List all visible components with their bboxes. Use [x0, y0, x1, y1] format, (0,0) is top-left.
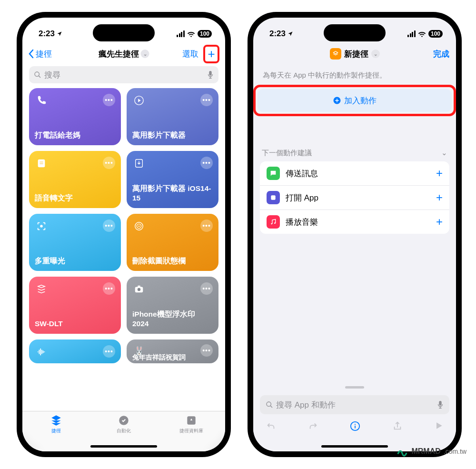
share-button[interactable]	[392, 421, 403, 434]
download-icon	[132, 157, 146, 170]
done-button[interactable]: 完成	[433, 49, 449, 60]
svg-point-8	[40, 225, 43, 228]
add-action-button[interactable]: 加入動作	[258, 89, 452, 112]
more-icon[interactable]: •••	[200, 157, 213, 169]
select-button[interactable]: 選取	[182, 49, 198, 60]
shortcut-tile[interactable]: ••• 萬用影片下載器 iOS14-15	[127, 151, 218, 208]
svg-rect-4	[38, 160, 45, 168]
suggestion-play-music[interactable]: 播放音樂 +	[260, 210, 449, 234]
tile-label: iPhone機型浮水印 2024	[132, 309, 213, 328]
messages-icon	[267, 167, 280, 180]
shortcut-badge-icon	[330, 48, 341, 60]
watermark-brand: MRMAD	[411, 447, 440, 456]
tile-label: 萬用影片下載器	[132, 130, 213, 140]
suggestions-section: 下一個動作建議 ⌄ 傳送訊息 + 打開 App + 播放音樂 +	[253, 145, 456, 234]
back-button[interactable]: 捷徑	[28, 49, 52, 60]
tile-label: 刪除截圖狀態欄	[132, 256, 213, 265]
watermark: MRMAD.com.tw	[396, 445, 466, 458]
search-placeholder: 搜尋	[44, 70, 60, 80]
more-icon[interactable]: •••	[103, 282, 115, 295]
suggestions-header[interactable]: 下一個動作建議 ⌄	[260, 145, 449, 161]
search-icon	[266, 401, 273, 409]
automation-icon	[118, 414, 130, 427]
plus-circle-icon	[333, 96, 341, 105]
suggestion-label: 播放音樂	[286, 217, 430, 228]
shortcut-tile[interactable]: ••• 萬用影片下載器	[127, 88, 218, 145]
shortcut-tile[interactable]: ••• 多重曝光	[29, 214, 121, 271]
notch	[93, 24, 155, 41]
svg-rect-23	[439, 401, 441, 406]
tile-label: SW-DLT	[35, 319, 115, 328]
plus-icon[interactable]: +	[436, 191, 443, 204]
wifi-icon	[418, 31, 426, 37]
tile-label: 打電話給老媽	[35, 130, 115, 140]
shortcut-tile[interactable]: ••• 語音轉文字	[29, 151, 121, 208]
more-icon[interactable]: •••	[103, 157, 115, 169]
more-icon[interactable]: •••	[200, 344, 213, 357]
signal-icon	[177, 30, 185, 37]
phone-left: 2:23 100 捷徑 瘋先生捷徑 ⌄ 選取 +	[17, 12, 231, 457]
chevron-down-icon: ⌄	[371, 50, 380, 58]
tab-label: 捷徑資料庫	[179, 428, 203, 434]
svg-point-20	[274, 222, 276, 224]
more-icon[interactable]: •••	[200, 94, 213, 106]
more-icon[interactable]: •••	[200, 282, 213, 295]
location-icon	[288, 31, 293, 37]
tab-shortcuts[interactable]: 捷徑	[22, 414, 90, 451]
action-search-input[interactable]: 搜尋 App 和動作	[260, 395, 449, 414]
phone-right: 2:23 100 新捷徑 ⌄ 完成 為每天在 App 中執行的動作製作捷徑。 加…	[248, 12, 462, 457]
chevron-down-icon: ⌄	[441, 149, 447, 158]
svg-point-11	[139, 226, 140, 227]
tile-label: 萬用影片下載器 iOS14-15	[132, 184, 213, 202]
search-icon	[34, 71, 41, 79]
tab-label: 捷徑	[51, 428, 61, 434]
nav-bar: 新捷徑 ⌄ 完成	[253, 43, 456, 64]
svg-rect-18	[271, 195, 275, 200]
plus-icon[interactable]: +	[436, 167, 443, 180]
tab-bar: 捷徑 自動化 捷徑資料庫	[22, 411, 225, 451]
info-button[interactable]	[350, 421, 360, 434]
add-shortcut-button[interactable]: +	[203, 45, 219, 63]
watermark-logo-icon	[396, 445, 408, 458]
tab-gallery[interactable]: 捷徑資料庫	[158, 414, 225, 451]
nav-bar: 捷徑 瘋先生捷徑 ⌄ 選取 +	[22, 43, 225, 64]
suggestion-send-message[interactable]: 傳送訊息 +	[260, 161, 449, 186]
phone-icon	[35, 94, 48, 107]
camera-icon	[132, 282, 146, 296]
undo-button[interactable]	[266, 421, 276, 434]
suggestion-open-app[interactable]: 打開 App +	[260, 186, 449, 210]
shortcut-tile[interactable]: •••	[29, 339, 121, 363]
run-button[interactable]	[434, 421, 444, 433]
mic-icon[interactable]	[207, 70, 214, 79]
home-indicator[interactable]	[90, 445, 157, 448]
shortcut-tile[interactable]: ••• 打電話給老媽	[29, 88, 121, 145]
grabber-handle[interactable]	[345, 386, 364, 389]
svg-point-0	[35, 72, 39, 76]
music-icon	[267, 215, 280, 229]
shortcut-tile[interactable]: ••• 刪除截圖狀態欄	[127, 214, 218, 271]
more-icon[interactable]: •••	[103, 220, 115, 232]
watermark-tld: .com.tw	[444, 448, 466, 455]
redo-button[interactable]	[308, 421, 318, 434]
shortcut-tile[interactable]: ••• SW-DLT	[29, 277, 121, 334]
back-label: 捷徑	[36, 49, 52, 60]
page-title[interactable]: 新捷徑 ⌄	[330, 48, 380, 60]
shortcut-tile[interactable]: ••• iPhone機型浮水印 2024	[127, 277, 218, 334]
waveform-icon	[35, 345, 48, 359]
add-action-highlight: 加入動作	[253, 85, 456, 116]
more-icon[interactable]: •••	[103, 94, 115, 106]
page-title[interactable]: 瘋先生捷徑 ⌄	[99, 49, 149, 60]
shortcut-tile[interactable]: 🐰••• 兔年吉祥話祝賀詞	[127, 339, 218, 363]
suggestion-list: 傳送訊息 + 打開 App + 播放音樂 +	[260, 161, 449, 234]
notes-icon	[35, 157, 48, 170]
more-icon[interactable]: •••	[200, 220, 213, 232]
home-indicator[interactable]	[321, 445, 388, 448]
more-icon[interactable]: •••	[103, 345, 115, 358]
svg-point-19	[271, 223, 272, 225]
target-icon	[132, 220, 146, 233]
mic-icon[interactable]	[437, 400, 444, 409]
search-input[interactable]: 搜尋	[29, 66, 218, 83]
svg-line-22	[270, 406, 272, 408]
battery-icon: 100	[198, 30, 212, 38]
plus-icon[interactable]: +	[436, 215, 443, 229]
